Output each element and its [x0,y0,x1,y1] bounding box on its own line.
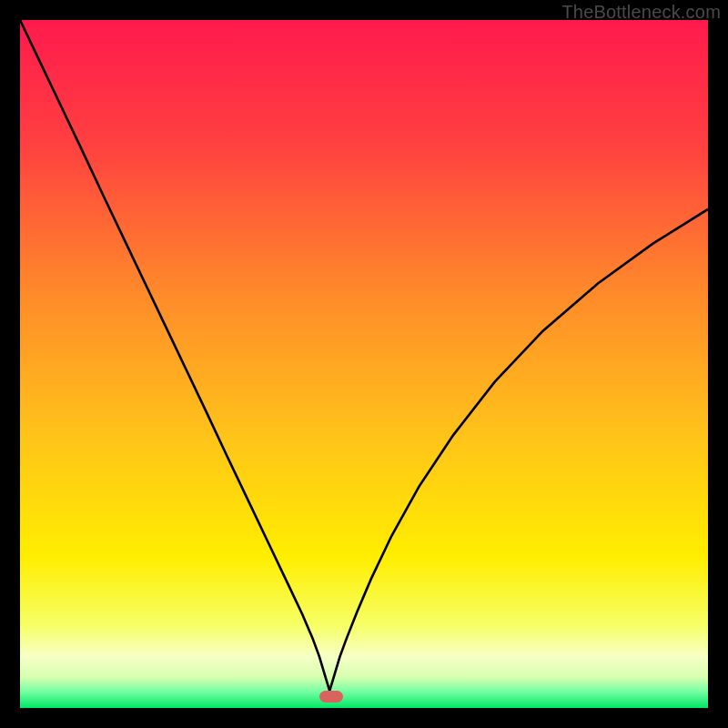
minimum-marker-pill [319,691,343,703]
curve-right-branch [329,209,708,691]
bottleneck-curve [20,20,708,708]
plot-area [20,20,708,708]
chart-frame: TheBottleneck.com [0,0,728,728]
watermark-text: TheBottleneck.com [561,2,721,23]
curve-left-branch [20,20,329,691]
